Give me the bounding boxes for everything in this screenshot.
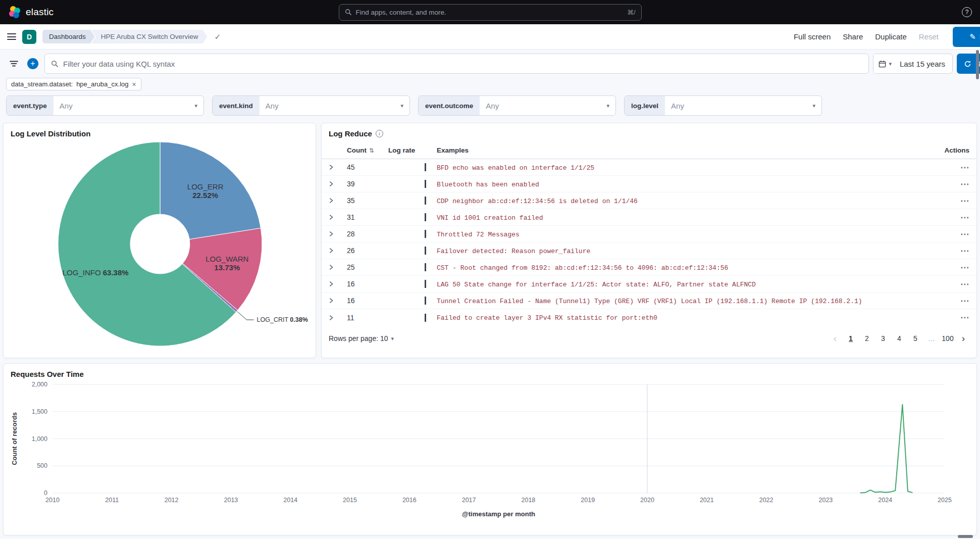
- add-filter-button[interactable]: +: [25, 56, 40, 71]
- x-tick-label: 2021: [700, 497, 714, 504]
- row-actions-icon[interactable]: ⋯: [960, 179, 969, 189]
- row-actions-icon[interactable]: ⋯: [960, 296, 969, 306]
- row-actions-icon[interactable]: ⋯: [960, 212, 969, 223]
- expand-row-icon[interactable]: [328, 264, 335, 271]
- row-actions-icon[interactable]: ⋯: [960, 312, 969, 323]
- table-row: 45BFD echo was enabled on interface 1/1/…: [322, 159, 976, 176]
- rows-per-page-button[interactable]: Rows per page: 10 ▾: [329, 334, 394, 342]
- duplicate-button[interactable]: Duplicate: [875, 32, 907, 41]
- row-actions-icon[interactable]: ⋯: [960, 262, 969, 273]
- x-axis-title: @timestamp per month: [462, 510, 535, 518]
- count-cell: 31: [347, 213, 355, 221]
- control-selected-value: Any: [665, 102, 690, 110]
- control-label: event.outcome: [419, 96, 480, 115]
- dashboard-controls: event.typeAny▾event.kindAny▾event.outcom…: [0, 93, 980, 121]
- close-icon[interactable]: ×: [132, 81, 136, 88]
- saved-check-icon[interactable]: ✓: [215, 32, 221, 41]
- sort-icon[interactable]: ⇅: [369, 147, 374, 154]
- elastic-logo[interactable]: elastic: [8, 6, 54, 19]
- breadcrumb-current[interactable]: HPE Aruba CX Switch Overview: [91, 30, 208, 43]
- requests-line-series: [860, 405, 913, 493]
- chevron-down-icon: ▾: [400, 103, 409, 109]
- expand-row-icon[interactable]: [328, 280, 335, 287]
- date-quick-select-button[interactable]: ▾: [873, 54, 897, 73]
- breadcrumb-dashboards[interactable]: Dashboards: [42, 30, 95, 43]
- vertical-scrollbar[interactable]: [976, 50, 979, 79]
- column-examples: Examples: [429, 146, 941, 154]
- page-button-100[interactable]: 100: [941, 332, 954, 345]
- header-actions: Full screen Share Duplicate Reset ✎ Edit: [794, 27, 980, 47]
- column-count[interactable]: Count: [347, 146, 367, 154]
- kql-search-bar[interactable]: [44, 54, 869, 74]
- menu-icon[interactable]: [7, 33, 16, 40]
- breadcrumb: Dashboards HPE Aruba CX Switch Overview: [42, 30, 208, 43]
- slice-percent: 22.52%: [192, 191, 218, 200]
- control-event-type[interactable]: event.typeAny▾: [6, 95, 204, 116]
- row-actions-icon[interactable]: ⋯: [960, 229, 969, 239]
- spark-bar: [425, 163, 426, 171]
- expand-row-icon[interactable]: [328, 297, 335, 304]
- spark-bar: [425, 297, 426, 305]
- panel-title: Log Level Distribution: [4, 123, 316, 139]
- global-search-input[interactable]: [356, 9, 623, 16]
- requests-over-time-chart[interactable]: 05001,0001,5002,000201020112012201320142…: [4, 379, 976, 526]
- kql-input[interactable]: [63, 60, 862, 68]
- edit-button[interactable]: ✎ Edit: [953, 27, 980, 47]
- filter-pill[interactable]: data_stream.dataset: hpe_aruba_cx.log ×: [6, 78, 141, 90]
- query-bar: + ▾ Last 15 years Refresh: [0, 50, 980, 78]
- saved-query-filter-icon[interactable]: [6, 56, 21, 71]
- table-row: 31VNI id 1001 creation failed⋯: [322, 209, 976, 226]
- global-search[interactable]: ⌘/: [339, 4, 642, 21]
- share-button[interactable]: Share: [843, 32, 863, 41]
- reset-button: Reset: [919, 32, 939, 41]
- page-button-3[interactable]: 3: [876, 332, 890, 345]
- expand-row-icon[interactable]: [328, 247, 335, 254]
- x-tick-label: 2025: [938, 497, 952, 504]
- table-row: 11Failed to create layer 3 IPv4 RX stati…: [322, 309, 976, 326]
- spark-bar: [425, 197, 426, 205]
- control-event-outcome[interactable]: event.outcomeAny▾: [418, 95, 616, 116]
- x-tick-label: 2013: [224, 497, 238, 504]
- horizontal-scrollbar[interactable]: [958, 535, 973, 538]
- chevron-down-icon: ▾: [391, 335, 394, 342]
- x-tick-label: 2019: [581, 497, 595, 504]
- next-page-button[interactable]: ›: [957, 333, 969, 344]
- table-row: 35CDP neighbor ab:cd:ef:12:34:56 is dele…: [322, 192, 976, 209]
- expand-row-icon[interactable]: [328, 164, 335, 171]
- page-button-5[interactable]: 5: [909, 332, 922, 345]
- filter-bar: data_stream.dataset: hpe_aruba_cx.log ×: [0, 78, 980, 93]
- page-button-1[interactable]: 1: [844, 332, 857, 345]
- search-icon: [345, 9, 352, 16]
- full-screen-button[interactable]: Full screen: [794, 32, 831, 41]
- expand-row-icon[interactable]: [328, 314, 335, 321]
- row-actions-icon[interactable]: ⋯: [960, 195, 969, 206]
- expand-row-icon[interactable]: [328, 180, 335, 187]
- spark-bar: [425, 180, 426, 188]
- expand-row-icon[interactable]: [328, 214, 335, 221]
- page-button-4[interactable]: 4: [893, 332, 906, 345]
- space-avatar[interactable]: D: [22, 30, 36, 44]
- row-actions-icon[interactable]: ⋯: [960, 162, 969, 173]
- count-cell: 28: [347, 230, 355, 238]
- count-cell: 11: [347, 314, 354, 322]
- panel-requests-over-time: Requests Over Time 05001,0001,5002,00020…: [3, 363, 977, 535]
- time-range-value[interactable]: Last 15 years: [897, 60, 952, 68]
- table-row: 16LAG 50 State change for interface 1/1/…: [322, 276, 976, 292]
- expand-row-icon[interactable]: [328, 197, 335, 204]
- brand-text: elastic: [26, 7, 54, 18]
- row-actions-icon[interactable]: ⋯: [960, 279, 969, 289]
- row-actions-icon[interactable]: ⋯: [960, 246, 969, 256]
- expand-row-icon[interactable]: [328, 230, 335, 237]
- control-event-kind[interactable]: event.kindAny▾: [212, 95, 410, 116]
- log-level-donut-chart[interactable]: LOG_ERR22.52%LOG_WARN13.73%LOG_CRIT 0.38…: [4, 139, 316, 353]
- x-tick-label: 2015: [343, 497, 357, 504]
- example-cell: Failover detected: Reason power_failure: [429, 247, 941, 255]
- column-actions: Actions: [941, 146, 969, 154]
- control-label: event.type: [7, 96, 54, 115]
- info-icon[interactable]: i: [376, 130, 383, 137]
- control-log-level[interactable]: log.levelAny▾: [624, 95, 822, 116]
- example-cell: Throttled 72 Messages: [429, 230, 941, 238]
- page-button-2[interactable]: 2: [860, 332, 873, 345]
- y-tick-label: 2,000: [32, 381, 47, 388]
- help-icon[interactable]: ?: [962, 7, 972, 17]
